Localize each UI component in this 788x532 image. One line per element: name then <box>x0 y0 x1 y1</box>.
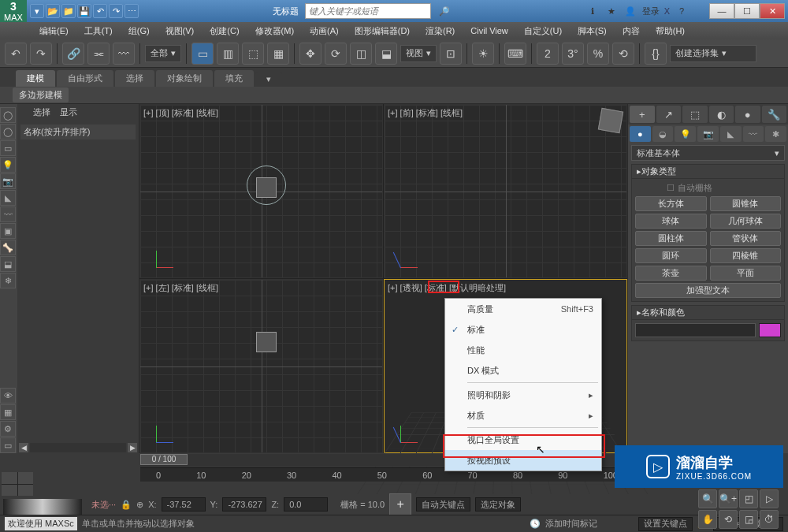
box-button[interactable]: 长方体 <box>635 196 707 211</box>
z-coord-input[interactable]: 0.0 <box>284 497 328 512</box>
star-icon[interactable]: ★ <box>604 4 619 18</box>
pan-icon[interactable]: ✋ <box>698 510 717 529</box>
menu-customize[interactable]: 自定义(U) <box>516 24 570 39</box>
spacewarp-icon[interactable]: 〰 <box>0 206 16 222</box>
ribbon-tab-selection[interactable]: 选择 <box>115 70 154 87</box>
snap-3d-button[interactable]: 3° <box>562 43 584 65</box>
scene-list[interactable]: 名称(按升序排序) <box>17 120 139 442</box>
rollout-header[interactable]: ▸ 名称和颜色 <box>632 306 784 320</box>
menu-grapheditor[interactable]: 图形编辑器(D) <box>347 24 418 39</box>
eye-icon[interactable]: 👁 <box>0 388 16 404</box>
fov-icon[interactable]: ▷ <box>760 489 779 508</box>
ctx-high-quality[interactable]: 高质量Shift+F3 <box>445 299 601 319</box>
menu-edit[interactable]: 编辑(E) <box>32 24 76 39</box>
open-recent-icon[interactable]: 📁 <box>61 4 76 18</box>
viewport-front-label[interactable]: [+] [前] [标准] [线框] <box>388 107 463 119</box>
ribbon-tab-populate[interactable]: 填充 <box>214 70 254 87</box>
pivot-button[interactable]: ⊡ <box>440 43 462 65</box>
select-all-icon[interactable]: ▦ <box>0 404 16 420</box>
redo-icon[interactable]: ↷ <box>109 4 123 18</box>
menu-tools[interactable]: 工具(T) <box>76 24 121 39</box>
y-coord-input[interactable]: -273.627 <box>222 497 266 512</box>
ribbon-tab-modeling[interactable]: 建模 <box>16 70 55 87</box>
viewport-left-label[interactable]: [+] [左] [标准] [线框] <box>143 282 218 294</box>
viewport-front[interactable]: [+] [前] [标准] [线框] <box>384 104 627 278</box>
info-icon[interactable]: ℹ <box>585 4 600 18</box>
bone-icon[interactable]: 🦴 <box>0 240 16 255</box>
menu-content[interactable]: 内容 <box>615 24 648 39</box>
shapes-subtab-icon[interactable]: ◒ <box>652 126 674 142</box>
plane-button[interactable]: 平面 <box>710 266 782 281</box>
undo-icon[interactable]: ↶ <box>93 4 107 18</box>
display-tab-icon[interactable]: ● <box>735 106 760 123</box>
group-icon[interactable]: ▣ <box>0 223 16 239</box>
viewcube[interactable] <box>598 108 623 133</box>
scene-scrollbar[interactable]: ◀ ▶ <box>17 442 139 453</box>
cameras-subtab-icon[interactable]: 📷 <box>697 126 719 142</box>
ribbon-tab-freeform[interactable]: 自由形式 <box>57 70 113 87</box>
ribbon-expand-button[interactable]: ▾ <box>255 72 282 87</box>
help-search-input[interactable] <box>305 3 431 19</box>
selection-filter-dropdown[interactable]: 全部▾ <box>145 45 181 62</box>
polygon-modeling-panel[interactable]: 多边形建模 <box>13 87 69 102</box>
helpers-subtab-icon[interactable]: ◣ <box>720 126 742 142</box>
maxscript-listener[interactable]: 欢迎使用 MAXSc <box>5 517 77 530</box>
circle2-icon[interactable]: ◯ <box>0 124 16 140</box>
scene-column-header[interactable]: 名称(按升序排序) <box>20 125 136 140</box>
viewport-top-label[interactable]: [+] [顶] [标准] [线框] <box>143 107 218 119</box>
torus-button[interactable]: 圆环 <box>635 248 707 263</box>
x-symbol[interactable]: X <box>664 6 670 16</box>
ctx-materials[interactable]: 材质▸ <box>445 405 601 426</box>
menu-render[interactable]: 渲染(R) <box>418 24 463 39</box>
bind-space-button[interactable]: 〰 <box>113 43 135 65</box>
geometry-cube[interactable] <box>256 332 277 352</box>
lights-subtab-icon[interactable]: 💡 <box>675 126 696 142</box>
select-manipulate-button[interactable]: ☀ <box>472 43 494 65</box>
move-button[interactable]: ✥ <box>299 43 322 65</box>
pyramid-button[interactable]: 四棱锥 <box>710 248 782 263</box>
menu-group[interactable]: 组(G) <box>121 24 158 39</box>
ctx-standard[interactable]: ✓ 标准 <box>445 319 601 340</box>
circle-icon[interactable]: ◯ <box>0 107 16 123</box>
reference-coord-dropdown[interactable]: 视图▾ <box>400 45 437 62</box>
ctx-per-view-preset[interactable]: 按视图预设 <box>445 450 601 471</box>
scale-button[interactable]: ◫ <box>350 43 372 65</box>
object-name-input[interactable] <box>635 323 756 337</box>
link-button[interactable]: 🔗 <box>62 43 84 65</box>
orbit-icon[interactable]: ⟲ <box>719 510 738 529</box>
hierarchy-tab-icon[interactable]: ⬚ <box>682 106 708 123</box>
close-button[interactable]: ✕ <box>760 3 785 19</box>
rotate-button[interactable]: ⟳ <box>325 43 347 65</box>
unlink-button[interactable]: ⫘ <box>87 43 110 65</box>
login-label[interactable]: 登录 <box>642 6 660 17</box>
user-icon[interactable]: 👤 <box>623 4 637 18</box>
open-icon[interactable]: 📂 <box>46 4 60 18</box>
expand-icon[interactable]: ▭ <box>0 437 16 453</box>
spacewarps-subtab-icon[interactable]: 〰 <box>743 126 764 142</box>
ctx-viewport-global-settings[interactable]: 视口全局设置 <box>445 430 601 450</box>
menu-modifiers[interactable]: 修改器(M) <box>247 24 303 39</box>
time-slider-thumb[interactable]: 0 / 100 <box>140 454 188 465</box>
modify-tab-icon[interactable]: ↗ <box>656 106 682 123</box>
camera-icon[interactable]: 📷 <box>0 173 16 189</box>
search-config-icon[interactable]: 🔎 <box>437 4 452 18</box>
snap-percent-button[interactable]: % <box>587 43 609 65</box>
time-config-icon[interactable]: ⏱ <box>760 510 779 529</box>
help-icon[interactable]: ? <box>675 4 689 18</box>
select-region-button[interactable]: ⬚ <box>242 43 264 65</box>
scroll-track[interactable] <box>30 443 126 452</box>
ctx-lighting-shadows[interactable]: 照明和阴影▸ <box>445 385 601 405</box>
selected-object-dropdown[interactable]: 选定对象 <box>475 497 521 512</box>
autogrid-checkbox[interactable]: ☐ 自动栅格 <box>635 182 781 194</box>
lock-icon[interactable]: 🔒 <box>121 500 132 510</box>
spinner-snap-button[interactable]: ⟲ <box>612 43 634 65</box>
helper-icon[interactable]: ◣ <box>0 190 16 206</box>
menu-civilview[interactable]: Civil View <box>463 24 515 37</box>
menu-create[interactable]: 创建(C) <box>202 24 247 39</box>
scene-tab-display[interactable]: 显示 <box>60 106 77 118</box>
tube-button[interactable]: 管状体 <box>710 231 782 246</box>
motion-tab-icon[interactable]: ◐ <box>709 106 734 123</box>
frozen-icon[interactable]: ❄ <box>0 273 16 288</box>
teapot-button[interactable]: 茶壶 <box>635 266 707 281</box>
create-tab-icon[interactable]: + <box>630 106 655 123</box>
